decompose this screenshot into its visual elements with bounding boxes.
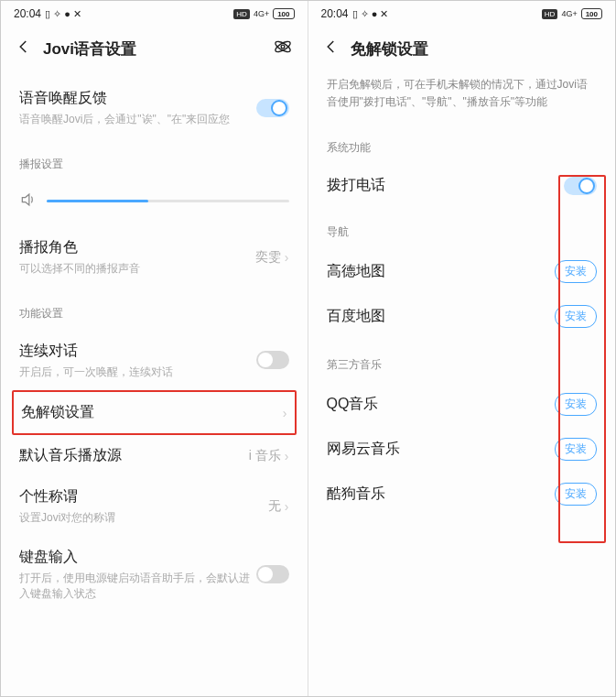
continuous-sub: 开启后，可一次唤醒，连续对话 (19, 365, 256, 380)
unlock-settings-row[interactable]: 免解锁设置 › (19, 401, 289, 424)
nickname-value: 无 (268, 498, 281, 515)
netease-title: 网易云音乐 (327, 440, 400, 459)
role-sub: 可以选择不同的播报声音 (19, 261, 255, 277)
kugou-title: 酷狗音乐 (327, 485, 385, 504)
install-button-netease[interactable]: 安装 (555, 438, 597, 461)
dial-toggle[interactable] (564, 177, 597, 195)
netease-music-row[interactable]: 网易云音乐 安装 (327, 427, 598, 472)
screen-unlock-settings: 20:04 ▯ ✧ ● ✕ HD 4G+ 100 免解锁设置 开启免解锁后，可在… (308, 1, 616, 696)
keyboard-title: 键盘输入 (19, 548, 256, 567)
keyboard-sub: 打开后，使用电源键启动语音助手后，会默认进入键盘输入状态 (19, 571, 256, 602)
page-title: Jovi语音设置 (43, 38, 262, 60)
keyboard-input-row[interactable]: 键盘输入 打开后，使用电源键启动语音助手后，会默认进入键盘输入状态 (19, 537, 289, 613)
keyboard-toggle[interactable] (256, 565, 289, 583)
install-button-gaode[interactable]: 安装 (555, 260, 597, 283)
back-icon[interactable] (16, 38, 32, 59)
baidu-map-row[interactable]: 百度地图 安装 (327, 294, 598, 339)
broadcast-section: 播报设置 (19, 138, 289, 181)
hd-indicator: HD (542, 9, 558, 19)
battery-indicator: 100 (581, 8, 602, 19)
music-value: i 音乐 (249, 448, 281, 464)
role-value: 奕雯 (255, 249, 281, 266)
chevron-right-icon: › (285, 250, 289, 265)
wake-toggle[interactable] (256, 99, 289, 117)
music-section: 第三方音乐 (327, 339, 598, 382)
nickname-sub: 设置Jovi对您的称谓 (19, 510, 268, 526)
unlock-settings-highlight: 免解锁设置 › (12, 390, 297, 435)
chevron-right-icon: › (285, 449, 289, 463)
header: Jovi语音设置 (1, 27, 308, 71)
status-time: 20:04 (321, 7, 349, 20)
qq-title: QQ音乐 (327, 395, 379, 414)
unlock-title: 免解锁设置 (21, 403, 283, 422)
kugou-music-row[interactable]: 酷狗音乐 安装 (327, 472, 598, 517)
role-title: 播报角色 (19, 238, 255, 257)
broadcast-role-row[interactable]: 播报角色 可以选择不同的播报声音 奕雯 › (19, 227, 289, 288)
continuous-dialog-row[interactable]: 连续对话 开启后，可一次唤醒，连续对话 (19, 331, 289, 391)
dial-phone-row[interactable]: 拨打电话 (327, 165, 598, 206)
continuous-title: 连续对话 (19, 342, 256, 361)
gaode-map-row[interactable]: 高德地图 安装 (327, 249, 598, 294)
func-section: 功能设置 (19, 288, 289, 331)
baidu-title: 百度地图 (327, 307, 385, 326)
qq-music-row[interactable]: QQ音乐 安装 (327, 382, 598, 427)
screen-jovi-voice-settings: 20:04 ▯ ✧ ● ✕ HD 4G+ 100 Jovi语音设置 语音唤醒反馈… (1, 1, 308, 696)
sys-section: 系统功能 (327, 122, 598, 165)
header: 免解锁设置 (308, 27, 616, 71)
music-title: 默认音乐播放源 (19, 446, 249, 465)
battery-indicator: 100 (273, 8, 294, 19)
status-bar: 20:04 ▯ ✧ ● ✕ HD 4G+ 100 (308, 1, 616, 27)
nickname-title: 个性称谓 (19, 487, 268, 506)
svg-point-0 (281, 45, 285, 49)
install-button-kugou[interactable]: 安装 (555, 483, 597, 506)
chevron-right-icon: › (285, 499, 289, 514)
status-time: 20:04 (14, 7, 41, 20)
wake-sub: 语音唤醒Jovi后，会通过"诶"、"在"来回应您 (19, 112, 256, 127)
status-left-icons: ▯ ✧ ● ✕ (352, 8, 389, 20)
nav-section: 导航 (327, 206, 598, 249)
default-music-row[interactable]: 默认音乐播放源 i 音乐 › (19, 435, 289, 476)
continuous-toggle[interactable] (256, 351, 289, 369)
back-icon[interactable] (323, 38, 340, 59)
atom-icon[interactable] (273, 37, 293, 60)
hd-indicator: HD (233, 9, 250, 19)
voice-wake-feedback-row[interactable]: 语音唤醒反馈 语音唤醒Jovi后，会通过"诶"、"在"来回应您 (19, 78, 289, 138)
nickname-row[interactable]: 个性称谓 设置Jovi对您的称谓 无 › (19, 476, 289, 537)
status-left-icons: ▯ ✧ ● ✕ (45, 8, 81, 20)
page-title: 免解锁设置 (351, 38, 601, 60)
speaker-icon (19, 191, 38, 212)
volume-slider[interactable] (47, 200, 289, 202)
volume-slider-row[interactable] (19, 181, 289, 227)
install-button-qq[interactable]: 安装 (555, 393, 597, 416)
gaode-title: 高德地图 (327, 262, 385, 281)
chevron-right-icon: › (283, 406, 287, 420)
page-description: 开启免解锁后，可在手机未解锁的情况下，通过Jovi语音使用"拨打电话"、"导航"… (308, 71, 616, 122)
wake-title: 语音唤醒反馈 (19, 89, 256, 108)
net-indicator: 4G+ (561, 9, 577, 18)
status-bar: 20:04 ▯ ✧ ● ✕ HD 4G+ 100 (1, 1, 308, 27)
net-indicator: 4G+ (254, 9, 269, 18)
dial-title: 拨打电话 (327, 176, 385, 195)
install-button-baidu[interactable]: 安装 (555, 305, 597, 328)
